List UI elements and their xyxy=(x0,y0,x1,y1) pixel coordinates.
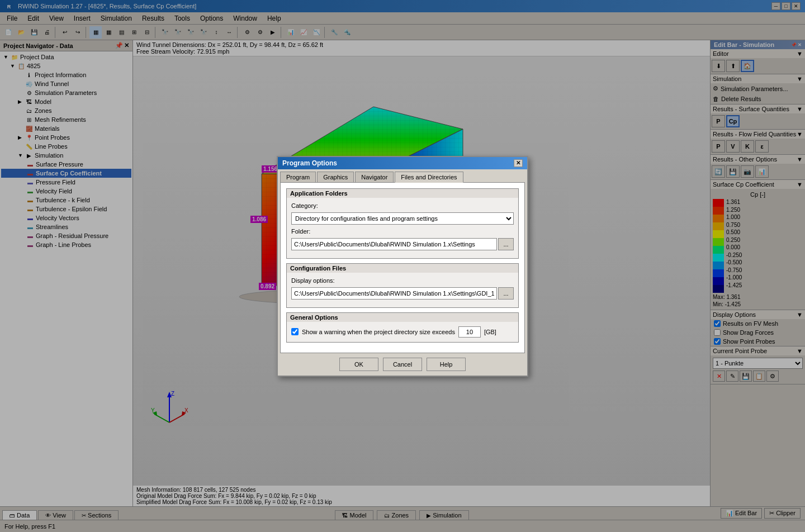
tab-program[interactable]: Program xyxy=(280,172,316,182)
category-row: Category: xyxy=(291,202,514,209)
display-opts-browse-btn[interactable]: ... xyxy=(498,287,514,300)
tab-graphics[interactable]: Graphics xyxy=(317,172,354,182)
category-select-row: Directory for configuration files and pr… xyxy=(291,212,514,225)
general-opts-group: General Options Show a warning when the … xyxy=(286,312,519,343)
general-opts-body: Show a warning when the project director… xyxy=(287,322,518,342)
tab-navigator[interactable]: Navigator xyxy=(355,172,394,182)
warning-label: Show a warning when the project director… xyxy=(302,329,455,335)
modal-overlay: Program Options ✕ Program Graphics Navig… xyxy=(0,0,805,532)
config-files-group: Configuration Files Display options: ... xyxy=(286,263,519,308)
modal-tabs: Program Graphics Navigator Files and Dir… xyxy=(278,169,527,182)
app-folders-title: Application Folders xyxy=(287,189,518,198)
ok-btn[interactable]: OK xyxy=(339,358,378,371)
warning-checkbox[interactable] xyxy=(291,328,299,335)
display-opts-input[interactable] xyxy=(291,287,497,300)
folder-input-row: ... xyxy=(291,238,514,250)
display-opts-label-row: Display options: xyxy=(291,277,514,284)
display-opts-label: Display options: xyxy=(291,277,336,284)
modal-body: Application Folders Category: Directory … xyxy=(280,182,525,353)
config-files-body: Display options: ... xyxy=(287,273,518,307)
config-files-title: Configuration Files xyxy=(287,264,518,273)
modal-close-btn[interactable]: ✕ xyxy=(514,159,523,167)
folder-input[interactable] xyxy=(291,238,497,250)
folder-browse-btn[interactable]: ... xyxy=(498,238,514,250)
app-folders-group: Application Folders Category: Directory … xyxy=(286,188,519,259)
modal-titlebar: Program Options ✕ xyxy=(278,157,527,169)
display-opts-input-row: ... xyxy=(291,287,514,300)
modal-footer: OK Cancel Help xyxy=(278,353,527,376)
modal-title: Program Options xyxy=(282,159,337,167)
tab-files-dirs[interactable]: Files and Directories xyxy=(395,172,463,183)
program-options-dialog: Program Options ✕ Program Graphics Navig… xyxy=(277,156,528,377)
cancel-btn[interactable]: Cancel xyxy=(383,358,422,371)
folder-label: Folder: xyxy=(291,228,336,235)
category-label: Category: xyxy=(291,202,336,209)
folder-row: Folder: xyxy=(291,228,514,235)
category-select[interactable]: Directory for configuration files and pr… xyxy=(291,212,514,225)
size-unit: [GB] xyxy=(484,329,496,335)
help-btn[interactable]: Help xyxy=(427,358,466,371)
size-input[interactable] xyxy=(458,326,481,338)
general-opts-title: General Options xyxy=(287,313,518,322)
warning-checkbox-row: Show a warning when the project director… xyxy=(291,326,514,338)
app-folders-body: Category: Directory for configuration fi… xyxy=(287,198,518,258)
